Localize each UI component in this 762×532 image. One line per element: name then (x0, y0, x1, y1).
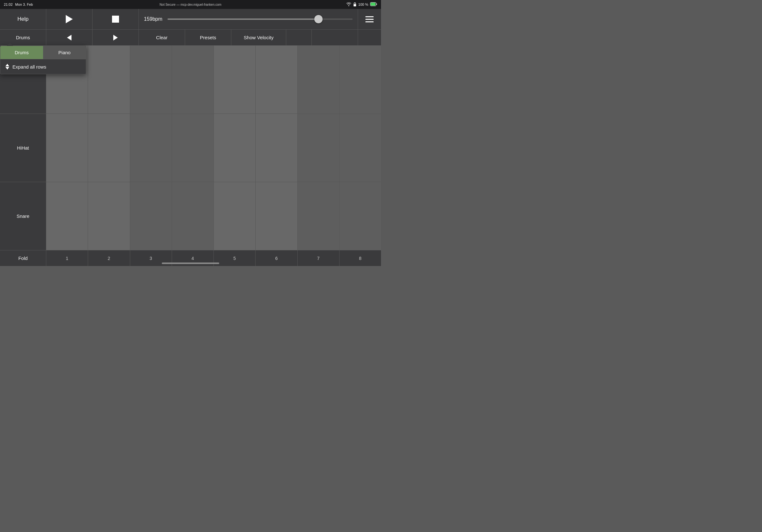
menu-button[interactable] (358, 9, 381, 29)
next-button[interactable] (93, 30, 139, 45)
lock-icon (353, 2, 356, 7)
tab-drums[interactable]: Drums (0, 46, 43, 59)
grid-row-snare: Snare (0, 182, 381, 250)
grid-cell[interactable] (88, 46, 130, 113)
top-toolbar: Help 159bpm (0, 9, 381, 30)
beat-number-8: 8 (340, 250, 381, 266)
fold-button[interactable]: Fold (0, 250, 46, 266)
grid-cell[interactable] (130, 114, 172, 182)
grid-area: HiHat Snare (0, 46, 381, 250)
grid-cell[interactable] (88, 182, 130, 250)
prev-button[interactable] (46, 30, 93, 45)
grid-cell[interactable] (340, 114, 381, 182)
svg-rect-2 (371, 3, 376, 6)
grid-cell[interactable] (340, 46, 381, 113)
stop-icon (112, 16, 119, 23)
play-button[interactable] (46, 9, 93, 29)
status-bar: 21:02 Mon 3. Feb Not Secure — mcp-dev.mi… (0, 0, 381, 9)
bpm-slider-container (168, 19, 352, 20)
bpm-label: 159bpm (144, 16, 162, 22)
wifi-icon (346, 2, 351, 7)
beat-number-7: 7 (298, 250, 340, 266)
svg-rect-0 (353, 4, 356, 6)
bpm-slider[interactable] (168, 19, 352, 20)
grid-cell[interactable] (130, 182, 172, 250)
stop-button[interactable] (93, 9, 139, 29)
show-velocity-button[interactable]: Show Velocity (231, 30, 286, 45)
battery-label: 100 % (358, 3, 368, 6)
beat-number-6: 6 (256, 250, 297, 266)
beat-number-5: 5 (214, 250, 256, 266)
grid-cell[interactable] (256, 46, 297, 113)
grid-cell[interactable] (130, 46, 172, 113)
time-label: 21:02 (4, 3, 13, 6)
grid-row-hihat: HiHat (0, 114, 381, 182)
chevron-right-icon (113, 35, 118, 40)
expand-icon (5, 64, 9, 70)
grid-cell[interactable] (46, 114, 88, 182)
grid-cell[interactable] (214, 46, 256, 113)
grid-cell[interactable] (256, 114, 297, 182)
grid-cell[interactable] (46, 182, 88, 250)
grid-cell[interactable] (340, 182, 381, 250)
dropdown-popup: Drums Piano Expand all rows (0, 46, 86, 74)
dropdown-tabs: Drums Piano (0, 46, 86, 59)
expand-all-rows-item[interactable]: Expand all rows (0, 59, 86, 74)
menu-icon (365, 16, 374, 22)
grid-cell[interactable] (298, 182, 340, 250)
secondary-toolbar: Drums Clear Presets Show Velocity (0, 30, 381, 46)
grid-cell[interactable] (256, 182, 297, 250)
footer: Fold 1 2 3 4 5 6 7 8 (0, 250, 381, 266)
grid-cell[interactable] (214, 114, 256, 182)
clear-button[interactable]: Clear (139, 30, 185, 45)
grid-cell[interactable] (298, 114, 340, 182)
tab-piano[interactable]: Piano (43, 46, 86, 59)
date-label: Mon 3. Feb (15, 3, 33, 6)
battery-icon (370, 2, 377, 7)
bpm-section: 159bpm (139, 9, 358, 29)
scroll-indicator (162, 262, 219, 264)
grid-cells-top (46, 46, 381, 113)
grid-cell[interactable] (88, 114, 130, 182)
beat-number-1: 1 (46, 250, 88, 266)
row-label-snare: Snare (0, 182, 46, 250)
beat-number-2: 2 (88, 250, 130, 266)
url-label: Not Secure — mcp-dev.miguel-franken.com (160, 3, 221, 6)
grid-cell[interactable] (298, 46, 340, 113)
grid-cell[interactable] (172, 46, 214, 113)
presets-button[interactable]: Presets (185, 30, 231, 45)
grid-cell[interactable] (172, 182, 214, 250)
grid-cells-hihat (46, 114, 381, 182)
play-icon (66, 15, 73, 23)
row-label-hihat: HiHat (0, 114, 46, 182)
dropdown-arrow (7, 43, 13, 46)
toolbar2-spacer3 (358, 30, 381, 45)
help-button[interactable]: Help (0, 9, 46, 29)
grid-cells-snare (46, 182, 381, 250)
grid-cell[interactable] (214, 182, 256, 250)
chevron-left-icon (67, 35, 71, 40)
grid-cell[interactable] (172, 114, 214, 182)
toolbar2-spacer1 (286, 30, 312, 45)
toolbar2-spacer2 (312, 30, 358, 45)
expand-all-rows-label: Expand all rows (12, 64, 46, 70)
